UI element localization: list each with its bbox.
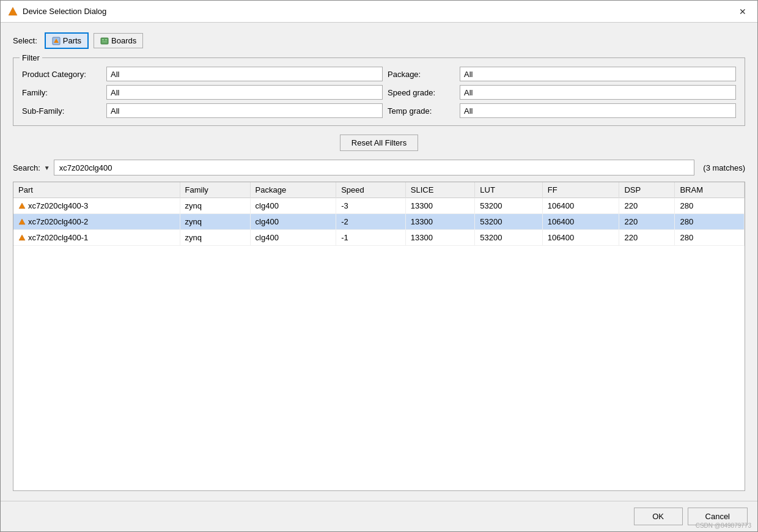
col-lut: LUT (475, 182, 543, 198)
bram-cell: 280 (675, 214, 745, 230)
speed-cell: -1 (336, 230, 406, 246)
speed-grade-select[interactable]: All (460, 85, 736, 100)
title-bar: Device Selection Dialog ✕ (1, 1, 757, 23)
parts-icon (52, 37, 61, 45)
svg-rect-3 (101, 38, 108, 44)
col-part: Part (13, 182, 180, 198)
table-header-row: Part Family Package Speed SLICE LUT FF D… (13, 182, 745, 198)
sub-family-label: Sub-Family: (22, 106, 101, 116)
speed-cell: -2 (336, 214, 406, 230)
svg-rect-5 (105, 39, 107, 40)
family-cell: zynq (180, 230, 250, 246)
parts-table-container: Part Family Package Speed SLICE LUT FF D… (13, 182, 745, 491)
lut-cell: 53200 (475, 198, 543, 214)
package-cell: clg400 (250, 230, 336, 246)
part-cell: xc7z020clg400-2 (13, 214, 180, 230)
reset-row: Reset All Filters (13, 135, 745, 151)
ff-cell: 106400 (542, 214, 619, 230)
search-input[interactable] (54, 160, 695, 175)
ok-button[interactable]: OK (634, 508, 683, 525)
speed-cell: -3 (336, 198, 406, 214)
title-bar-left: Device Selection Dialog (8, 7, 106, 17)
ff-cell: 106400 (542, 198, 619, 214)
slice-cell: 13300 (405, 230, 475, 246)
dsp-cell: 220 (619, 230, 675, 246)
slice-cell: 13300 (405, 198, 475, 214)
lut-cell: 53200 (475, 230, 543, 246)
table-body: xc7z020clg400-3 zynqclg400-3133005320010… (13, 198, 745, 246)
dialog-title: Device Selection Dialog (23, 7, 106, 16)
close-button[interactable]: ✕ (735, 4, 750, 19)
temp-grade-select[interactable]: All (460, 103, 736, 118)
dsp-cell: 220 (619, 214, 675, 230)
matches-count: (3 matches) (703, 163, 745, 172)
parts-table: Part Family Package Speed SLICE LUT FF D… (13, 182, 745, 246)
bram-cell: 280 (675, 198, 745, 214)
search-label: Search: (13, 163, 40, 172)
lut-cell: 53200 (475, 214, 543, 230)
footer-row: OK Cancel (1, 501, 757, 531)
watermark: CSDN @849879773 (696, 522, 751, 529)
parts-tab-label: Parts (63, 36, 81, 45)
package-cell: clg400 (250, 198, 336, 214)
table-row[interactable]: xc7z020clg400-1 zynqclg400-1133005320010… (13, 230, 745, 246)
reset-filters-button[interactable]: Reset All Filters (340, 135, 418, 151)
svg-rect-6 (102, 42, 107, 42)
part-name: xc7z020clg400-3 (28, 201, 88, 210)
ff-cell: 106400 (542, 230, 619, 246)
family-cell: zynq (180, 198, 250, 214)
product-category-select[interactable]: All (106, 67, 383, 81)
package-cell: clg400 (250, 214, 336, 230)
col-ff: FF (542, 182, 619, 198)
col-speed: Speed (336, 182, 406, 198)
search-dropdown-icon[interactable]: ▼ (44, 164, 50, 171)
part-name: xc7z020clg400-1 (28, 233, 88, 242)
svg-marker-9 (19, 235, 25, 240)
part-icon (18, 202, 26, 210)
bram-cell: 280 (675, 230, 745, 246)
col-family: Family (180, 182, 250, 198)
part-cell: xc7z020clg400-3 (13, 198, 180, 214)
table-row[interactable]: xc7z020clg400-3 zynqclg400-3133005320010… (13, 198, 745, 214)
temp-grade-label: Temp grade: (388, 106, 455, 116)
filter-legend: Filter (20, 53, 42, 62)
boards-icon (100, 37, 109, 45)
family-cell: zynq (180, 214, 250, 230)
part-cell: xc7z020clg400-1 (13, 230, 180, 246)
boards-tab[interactable]: Boards (94, 33, 143, 48)
package-select[interactable]: All (460, 67, 736, 81)
xilinx-icon (8, 7, 18, 17)
slice-cell: 13300 (405, 214, 475, 230)
filter-group: Filter Product Category: All Package: Al… (13, 57, 745, 126)
svg-marker-8 (19, 219, 25, 224)
family-select[interactable]: All (106, 85, 383, 100)
select-row: Select: Parts Boards (13, 32, 745, 49)
product-category-label: Product Category: (22, 70, 101, 79)
part-name: xc7z020clg400-2 (28, 217, 88, 226)
family-label: Family: (22, 88, 101, 97)
package-label: Package: (388, 70, 455, 79)
filter-grid: Product Category: All Package: All Famil… (22, 67, 736, 118)
boards-tab-label: Boards (111, 36, 136, 45)
svg-rect-4 (102, 39, 104, 40)
col-slice: SLICE (405, 182, 475, 198)
dsp-cell: 220 (619, 198, 675, 214)
search-row: Search: ▼ (3 matches) (13, 160, 745, 175)
col-package: Package (250, 182, 336, 198)
part-icon (18, 218, 26, 226)
device-selection-dialog: Device Selection Dialog ✕ Select: Parts (0, 0, 758, 532)
col-bram: BRAM (675, 182, 745, 198)
part-icon (18, 234, 26, 242)
speed-grade-label: Speed grade: (388, 88, 455, 97)
svg-marker-7 (19, 203, 25, 209)
svg-marker-0 (9, 7, 17, 15)
dialog-content: Select: Parts Boards Filter (1, 23, 757, 501)
parts-tab[interactable]: Parts (45, 32, 89, 49)
table-row[interactable]: xc7z020clg400-2 zynqclg400-2133005320010… (13, 214, 745, 230)
sub-family-select[interactable]: All (106, 103, 383, 118)
col-dsp: DSP (619, 182, 675, 198)
select-label: Select: (13, 36, 37, 45)
